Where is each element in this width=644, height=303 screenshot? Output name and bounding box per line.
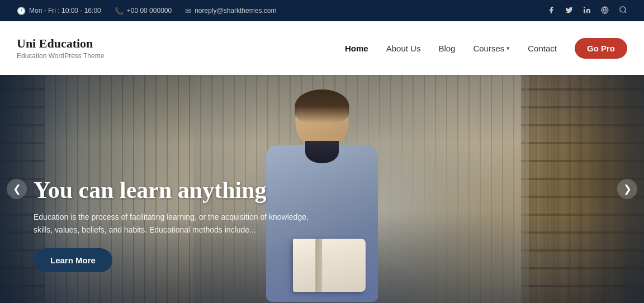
chevron-down-icon: ▾	[506, 45, 510, 52]
nav-contact[interactable]: Contact	[528, 44, 557, 53]
top-bar-hours: 🕐 Mon - Fri : 10:00 - 16:00	[17, 7, 101, 15]
email-text: noreply@sharkthemes.com	[195, 7, 276, 15]
hero-title: You can learn anything	[34, 177, 313, 203]
phone-text: +00 00 000000	[127, 7, 172, 15]
main-nav: Home About Us Blog Courses ▾ Contact Go …	[345, 38, 627, 59]
clock-icon: 🕐	[17, 7, 26, 15]
nav-home[interactable]: Home	[345, 44, 368, 53]
nav-courses[interactable]: Courses ▾	[473, 44, 510, 53]
top-bar-left: 🕐 Mon - Fri : 10:00 - 16:00 📞 +00 00 000…	[17, 7, 276, 15]
person-hair	[295, 89, 349, 123]
person-book-spine	[315, 239, 322, 292]
top-bar: 🕐 Mon - Fri : 10:00 - 16:00 📞 +00 00 000…	[0, 0, 644, 21]
header: Uni Education Education WordPress Theme …	[0, 21, 644, 75]
go-pro-button[interactable]: Go Pro	[575, 38, 627, 59]
svg-point-0	[584, 7, 585, 8]
linkedin-icon[interactable]	[583, 6, 591, 16]
hero-description: Education is the process of facilitating…	[34, 211, 313, 236]
top-bar-right	[547, 6, 627, 16]
search-icon[interactable]	[619, 6, 627, 16]
logo-area: Uni Education Education WordPress Theme	[17, 36, 104, 60]
nav-about[interactable]: About Us	[386, 44, 421, 53]
carousel-next-button[interactable]: ❯	[617, 179, 637, 199]
hero-content: You can learn anything Education is the …	[34, 177, 313, 272]
logo-subtitle: Education WordPress Theme	[17, 52, 104, 60]
svg-point-2	[620, 7, 626, 12]
nav-blog[interactable]: Blog	[438, 44, 455, 53]
carousel-prev-button[interactable]: ❮	[7, 179, 27, 199]
logo-title: Uni Education	[17, 36, 104, 51]
person-collar	[305, 141, 339, 163]
facebook-icon[interactable]	[547, 6, 555, 16]
email-icon: ✉	[185, 7, 191, 15]
wordpress-icon[interactable]	[601, 6, 609, 16]
hero-section: ❮ ❯ You can learn anything Education is …	[0, 75, 644, 303]
learn-more-button[interactable]: Learn More	[34, 248, 112, 272]
top-bar-email: ✉ noreply@sharkthemes.com	[185, 7, 276, 15]
phone-icon: 📞	[115, 7, 124, 15]
twitter-icon[interactable]	[565, 6, 573, 16]
top-bar-phone: 📞 +00 00 000000	[115, 7, 172, 15]
hours-text: Mon - Fri : 10:00 - 16:00	[29, 7, 101, 15]
